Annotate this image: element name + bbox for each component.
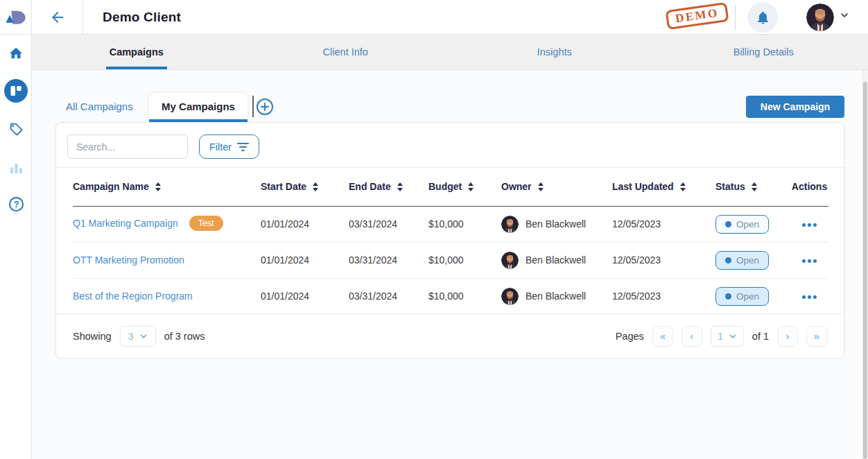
status-badge: Open — [715, 215, 769, 234]
rows-per-page-select[interactable]: 3 — [120, 326, 156, 347]
sidebar-item-help[interactable]: ? — [0, 196, 32, 212]
end-date-cell: 03/31/2024 — [349, 242, 428, 278]
subtab-all-campaigns[interactable]: All Campaigns — [66, 101, 133, 112]
table-row: OTT Marketing Promotion 01/01/2024 03/31… — [73, 242, 828, 278]
left-sidebar: ? — [0, 35, 32, 459]
table-row: Best of the Region Program 01/01/2024 03… — [73, 278, 828, 314]
user-avatar[interactable] — [806, 3, 834, 31]
row-actions-button[interactable] — [801, 255, 818, 267]
subtab-my-campaigns[interactable]: My Campaigns — [149, 93, 248, 119]
campaigns-table: Campaign Name Start Date End Date Budget… — [73, 168, 828, 314]
campaign-name-link[interactable]: OTT Marketing Promotion — [73, 254, 184, 266]
owner-name: Ben Blackwell — [526, 291, 586, 302]
tab-campaigns[interactable]: Campaigns — [32, 35, 241, 69]
column-label: Budget — [428, 181, 462, 192]
filter-icon — [237, 142, 249, 152]
tab-billing-details[interactable]: Billing Details — [659, 35, 868, 69]
column-label: Owner — [501, 181, 532, 192]
row-actions-button[interactable] — [801, 219, 818, 231]
bell-icon — [756, 10, 770, 25]
status-label: Open — [736, 219, 759, 230]
owner-avatar — [501, 216, 519, 233]
last-updated-cell: 12/05/2023 — [612, 206, 715, 242]
tab-client-info[interactable]: Client Info — [241, 35, 451, 69]
last-page-button[interactable]: » — [806, 326, 827, 347]
status-badge: Open — [715, 251, 769, 270]
owner-name: Ben Blackwell — [526, 254, 586, 266]
end-date-cell: 03/31/2024 — [349, 206, 428, 242]
row-actions-button[interactable] — [801, 291, 818, 303]
column-header[interactable]: End Date — [349, 168, 428, 206]
sidebar-item-analytics[interactable] — [0, 161, 32, 174]
column-header[interactable]: Last Updated — [612, 168, 715, 206]
page-title: Demo Client — [103, 0, 181, 35]
tag-icon — [9, 122, 24, 137]
column-header[interactable]: Status — [715, 168, 790, 206]
pages-label: Pages — [616, 331, 644, 342]
tab-label: Client Info — [323, 46, 368, 58]
svg-text:?: ? — [13, 200, 19, 209]
budget-cell: $10,000 — [428, 206, 501, 242]
active-tab-underline — [106, 67, 167, 69]
status-dot-icon — [725, 293, 731, 300]
back-button[interactable] — [32, 0, 83, 35]
sidebar-item-home[interactable] — [0, 46, 32, 61]
user-menu-chevron-down-icon[interactable] — [839, 10, 850, 24]
next-page-button[interactable]: › — [777, 326, 798, 347]
campaign-name-link[interactable]: Best of the Region Program — [73, 291, 193, 302]
sort-icon — [468, 182, 474, 191]
header-divider — [735, 5, 736, 30]
search-input[interactable] — [67, 135, 188, 159]
column-header[interactable]: Owner — [501, 168, 612, 206]
dashboard-icon — [4, 79, 28, 103]
sort-icon — [538, 182, 544, 191]
status-dot-icon — [725, 221, 731, 227]
app-logo[interactable] — [0, 0, 32, 35]
rows-per-page-value: 3 — [128, 331, 134, 342]
column-label: Status — [715, 181, 745, 192]
budget-cell: $10,000 — [428, 242, 501, 278]
page-select[interactable]: 1 — [711, 326, 744, 347]
test-badge: Test — [189, 216, 223, 231]
column-header[interactable]: Campaign Name — [73, 168, 261, 206]
owner-avatar — [501, 252, 519, 269]
tab-label: Insights — [537, 46, 572, 58]
help-icon: ? — [8, 196, 24, 212]
status-label: Open — [736, 291, 759, 302]
sidebar-item-tags[interactable] — [0, 122, 32, 137]
prev-page-button[interactable]: ‹ — [682, 326, 702, 347]
top-bar: Demo Client DEMO — [0, 0, 868, 35]
demo-stamp: DEMO — [666, 2, 729, 30]
of-pages-label: of 1 — [752, 331, 769, 342]
status-label: Open — [736, 255, 759, 266]
start-date-cell: 01/01/2024 — [261, 206, 349, 242]
sidebar-item-dashboard[interactable] — [0, 79, 32, 103]
new-campaign-button[interactable]: New Campaign — [746, 96, 844, 118]
tab-label: Billing Details — [734, 46, 794, 58]
filter-button[interactable]: Filter — [199, 135, 259, 159]
of-rows-label: of 3 rows — [164, 331, 205, 342]
end-date-cell: 03/31/2024 — [349, 278, 428, 314]
table-footer: Showing 3 of 3 rows Pages « ‹ 1 of 1 › » — [56, 313, 844, 358]
subtab-divider — [252, 96, 254, 117]
tab-insights[interactable]: Insights — [450, 35, 659, 69]
first-page-button[interactable]: « — [652, 326, 673, 347]
column-label: End Date — [349, 181, 391, 192]
table-row: Q1 Marketing Campaign Test 01/01/2024 03… — [73, 206, 828, 242]
sort-icon — [313, 182, 318, 191]
notifications-button[interactable] — [747, 2, 778, 33]
showing-label: Showing — [73, 331, 112, 342]
chevron-down-icon — [729, 332, 737, 340]
column-header[interactable]: Budget — [428, 168, 501, 206]
column-header[interactable]: Start Date — [261, 168, 349, 206]
subtab-active-underline — [149, 119, 248, 122]
plus-circle-icon — [256, 98, 274, 116]
column-label: Start Date — [261, 181, 306, 192]
table-header-row: Campaign Name Start Date End Date Budget… — [73, 168, 828, 206]
scrollbar-thumb[interactable] — [863, 82, 867, 459]
add-tab-button[interactable] — [256, 98, 274, 116]
last-updated-cell: 12/05/2023 — [612, 278, 715, 314]
search-filter-row: Filter — [56, 123, 844, 168]
logo-icon — [4, 7, 28, 28]
campaign-name-link[interactable]: Q1 Marketing Campaign — [73, 218, 178, 229]
